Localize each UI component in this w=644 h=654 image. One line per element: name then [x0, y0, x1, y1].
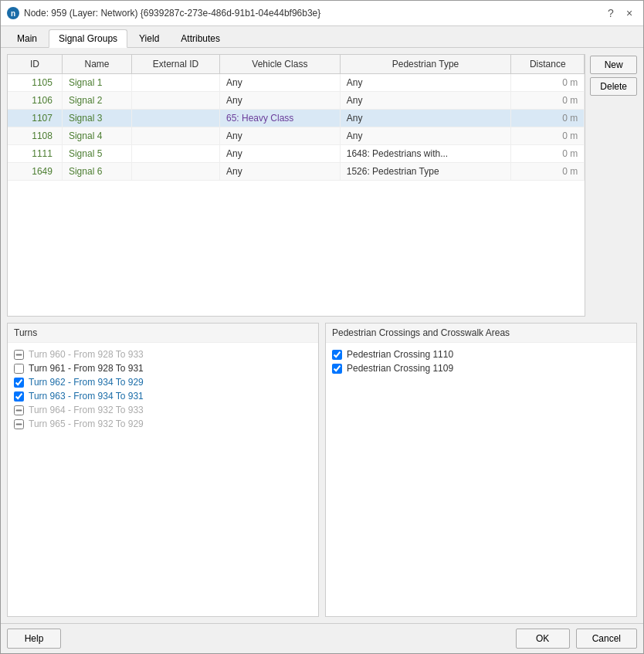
cell-pedestrian-type: Any	[340, 127, 510, 145]
cell-vehicle-class: Any	[219, 74, 340, 92]
turn-label: Turn 965 - From 932 To 929	[29, 418, 144, 429]
turn-checkbox[interactable]	[14, 364, 24, 374]
cell-external-id	[132, 92, 220, 110]
cell-external-id	[132, 127, 220, 145]
help-button[interactable]: Help	[7, 629, 61, 649]
cell-name: Signal 5	[62, 145, 131, 163]
main-window: n Node: 959 (Layer: Network) {6939287c-2…	[0, 0, 644, 654]
cell-name: Signal 1	[62, 74, 131, 92]
table-row[interactable]: 1106 Signal 2 Any Any 0 m	[8, 92, 585, 110]
turn-item[interactable]: Turn 962 - From 934 To 929	[14, 375, 312, 389]
cell-distance: 0 m	[511, 145, 585, 163]
cell-external-id	[132, 110, 220, 127]
table-row[interactable]: 1108 Signal 4 Any Any 0 m	[8, 127, 585, 145]
cell-pedestrian-type: Any	[340, 110, 510, 127]
turn-checkbox[interactable]	[14, 391, 24, 402]
cell-distance: 0 m	[511, 127, 585, 145]
signal-groups-table-section: ID Name External ID Vehicle Class Pedest…	[7, 54, 585, 317]
col-distance: Distance	[511, 55, 585, 74]
cell-name: Signal 2	[62, 92, 131, 110]
col-id: ID	[8, 55, 62, 74]
cell-distance: 0 m	[511, 110, 585, 127]
footer: Help OK Cancel	[1, 623, 643, 653]
pedestrian-checkbox[interactable]	[332, 364, 342, 374]
cell-id: 1107	[8, 110, 62, 127]
table-container[interactable]: ID Name External ID Vehicle Class Pedest…	[8, 55, 585, 316]
cancel-button[interactable]: Cancel	[576, 629, 637, 649]
table-row[interactable]: 1649 Signal 6 Any 1526: Pedestrian Type …	[8, 163, 585, 181]
pedestrian-label: Pedestrian Crossing 1110	[347, 349, 453, 360]
cell-vehicle-class: Any	[219, 92, 340, 110]
cell-pedestrian-type: Any	[340, 92, 510, 110]
turn-label: Turn 962 - From 934 To 929	[29, 377, 144, 388]
ok-button[interactable]: OK	[516, 629, 570, 649]
table-row[interactable]: 1111 Signal 5 Any 1648: Pedestrians with…	[8, 145, 585, 163]
new-button[interactable]: New	[590, 56, 637, 74]
footer-right: OK Cancel	[516, 629, 637, 649]
turn-item[interactable]: Turn 964 - From 932 To 933	[14, 403, 312, 417]
col-pedestrian-type: Pedestrian Type	[340, 55, 510, 74]
table-row[interactable]: 1107 Signal 3 65: Heavy Class Any 0 m	[8, 110, 585, 127]
pedestrian-checkbox[interactable]	[332, 350, 342, 360]
tab-signal-groups[interactable]: Signal Groups	[49, 29, 127, 48]
turns-panel-content: Turn 960 - From 928 To 933Turn 961 - Fro…	[8, 343, 318, 616]
turn-checkbox[interactable]	[14, 419, 24, 429]
pedestrian-label: Pedestrian Crossing 1109	[347, 363, 453, 374]
col-vehicle-class: Vehicle Class	[219, 55, 340, 74]
table-row[interactable]: 1105 Signal 1 Any Any 0 m	[8, 74, 585, 92]
cell-vehicle-class: 65: Heavy Class	[219, 110, 340, 127]
turn-item[interactable]: Turn 961 - From 928 To 931	[14, 361, 312, 375]
turns-panel-title: Turns	[8, 324, 318, 343]
main-content: ID Name External ID Vehicle Class Pedest…	[1, 48, 643, 623]
cell-id: 1106	[8, 92, 62, 110]
cell-distance: 0 m	[511, 163, 585, 181]
cell-vehicle-class: Any	[219, 127, 340, 145]
signal-groups-table: ID Name External ID Vehicle Class Pedest…	[8, 55, 585, 181]
turn-item[interactable]: Turn 960 - From 928 To 933	[14, 347, 312, 361]
title-bar-left: n Node: 959 (Layer: Network) {6939287c-2…	[7, 7, 320, 19]
app-icon: n	[7, 7, 19, 19]
cell-name: Signal 6	[62, 163, 131, 181]
col-external-id: External ID	[132, 55, 220, 74]
pedestrian-panel: Pedestrian Crossings and Crosswalk Areas…	[325, 323, 637, 617]
turn-item[interactable]: Turn 965 - From 932 To 929	[14, 417, 312, 431]
cell-distance: 0 m	[511, 92, 585, 110]
cell-vehicle-class: Any	[219, 163, 340, 181]
turn-checkbox[interactable]	[14, 378, 24, 388]
title-bar-right: ? ×	[603, 5, 637, 21]
pedestrian-panel-content: Pedestrian Crossing 1110Pedestrian Cross…	[326, 343, 636, 616]
cell-id: 1105	[8, 74, 62, 92]
tab-yield[interactable]: Yield	[129, 29, 169, 47]
cell-external-id	[132, 145, 220, 163]
turn-checkbox[interactable]	[14, 350, 24, 360]
window-title: Node: 959 (Layer: Network) {6939287c-273…	[24, 8, 320, 19]
cell-pedestrian-type: 1526: Pedestrian Type	[340, 163, 510, 181]
pedestrian-panel-title: Pedestrian Crossings and Crosswalk Areas	[326, 324, 636, 343]
cell-id: 1111	[8, 145, 62, 163]
pedestrian-item[interactable]: Pedestrian Crossing 1110	[332, 347, 630, 361]
turn-label: Turn 961 - From 928 To 931	[29, 363, 144, 374]
close-window-button[interactable]: ×	[622, 5, 637, 21]
cell-id: 1649	[8, 163, 62, 181]
turn-checkbox[interactable]	[14, 405, 24, 415]
turn-label: Turn 963 - From 934 To 931	[29, 391, 144, 402]
turn-label: Turn 960 - From 928 To 933	[29, 349, 144, 360]
turn-label: Turn 964 - From 932 To 933	[29, 405, 144, 415]
cell-pedestrian-type: Any	[340, 74, 510, 92]
tabs-bar: Main Signal Groups Yield Attributes	[1, 26, 643, 48]
tab-main[interactable]: Main	[7, 29, 47, 47]
turns-panel: Turns Turn 960 - From 928 To 933Turn 961…	[7, 323, 319, 617]
tab-attributes[interactable]: Attributes	[171, 29, 230, 47]
pedestrian-item[interactable]: Pedestrian Crossing 1109	[332, 361, 630, 375]
cell-vehicle-class: Any	[219, 145, 340, 163]
help-window-button[interactable]: ?	[603, 5, 619, 21]
cell-pedestrian-type: 1648: Pedestrians with...	[340, 145, 510, 163]
title-bar: n Node: 959 (Layer: Network) {6939287c-2…	[1, 1, 643, 26]
cell-distance: 0 m	[511, 74, 585, 92]
delete-button[interactable]: Delete	[590, 77, 637, 96]
turn-item[interactable]: Turn 963 - From 934 To 931	[14, 389, 312, 403]
bottom-panels: Turns Turn 960 - From 928 To 933Turn 961…	[7, 323, 637, 617]
cell-external-id	[132, 163, 220, 181]
cell-name: Signal 3	[62, 110, 131, 127]
cell-external-id	[132, 74, 220, 92]
